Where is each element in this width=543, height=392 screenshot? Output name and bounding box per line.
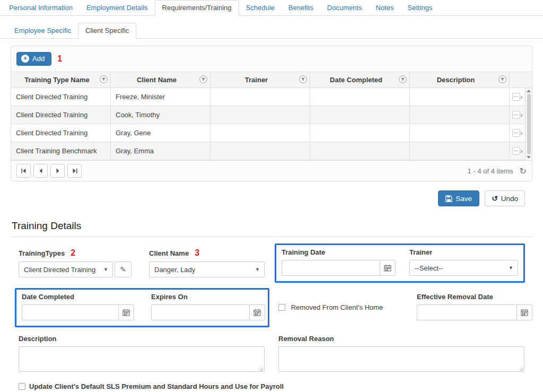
annotation-2: 2 [71, 248, 75, 257]
calendar-icon[interactable] [118, 304, 134, 320]
grid-header: Training Type Name Client Name Trainer D… [11, 72, 532, 88]
table-row[interactable]: Client Directed Training Gray, Gene ⋯ › [11, 124, 525, 142]
table-row[interactable]: Client Training Benchmark Gray, Emma ⋯ › [11, 142, 525, 160]
cell-description [409, 124, 509, 142]
client-name-value: Danger, Lady [154, 266, 195, 274]
tab-schedule[interactable]: Schedule [239, 1, 282, 15]
table-row[interactable]: Client Directed Training Cook, Timothy ⋯… [11, 106, 525, 124]
tab-documents[interactable]: Documents [320, 1, 369, 15]
add-button[interactable]: + Add [16, 52, 51, 66]
trainer-label: Trainer [409, 248, 518, 256]
description-label: Description [19, 335, 265, 343]
update-hours-checkbox[interactable] [19, 383, 25, 390]
chevron-down-icon: ▼ [103, 267, 108, 272]
table-row[interactable]: Client Directed Training Freeze, Ministe… [11, 88, 525, 106]
refresh-icon[interactable]: ↻ [520, 166, 527, 176]
cell-date-completed [310, 88, 409, 106]
tab-employee-specific[interactable]: Employee Specific [7, 23, 78, 38]
filter-icon[interactable] [399, 75, 407, 85]
removed-from-home-label: Removed From Client's Home [291, 303, 383, 311]
save-button-label: Save [456, 195, 472, 203]
column-label: Trainer [245, 76, 268, 84]
calendar-icon[interactable] [249, 304, 265, 320]
filter-icon[interactable] [100, 75, 108, 85]
scroll-up-icon[interactable] [527, 90, 531, 92]
cell-trainer [210, 106, 310, 124]
chevron-down-icon: ▼ [509, 265, 513, 271]
cell-client-name: Freeze, Minister [110, 88, 210, 106]
scroll-down-icon[interactable] [527, 156, 531, 159]
pager-prev-button[interactable] [33, 164, 48, 178]
row-chevron-icon: › [521, 147, 523, 155]
removal-reason-textarea[interactable] [278, 346, 524, 372]
column-header-client-name: Client Name [110, 72, 210, 88]
calendar-icon[interactable] [380, 260, 396, 276]
cell-description [409, 142, 509, 160]
calendar-icon[interactable] [516, 304, 532, 320]
row-actions: ⋯ › [509, 88, 525, 106]
date-completed-field: Date Completed [22, 293, 134, 320]
form-actions: Save ↺ Undo [0, 190, 525, 206]
annotation-3: 3 [195, 248, 199, 257]
training-types-value: Client Directed Training [24, 266, 95, 274]
trainer-select[interactable]: --Select-- ▼ [409, 260, 518, 276]
training-types-select[interactable]: Client Directed Training ▼ [19, 262, 113, 277]
filter-icon[interactable] [199, 75, 207, 85]
save-button[interactable]: Save [438, 190, 479, 206]
undo-button[interactable]: ↺ Undo [485, 190, 525, 206]
expires-on-label: Expires On [151, 293, 265, 301]
removal-reason-label: Removal Reason [278, 335, 524, 343]
row-actions: ⋯ › [509, 106, 525, 124]
row-more-button[interactable]: ⋯ [512, 111, 520, 119]
column-header-training-type-name: Training Type Name [11, 72, 110, 88]
tab-employment-details[interactable]: Employment Details [80, 1, 155, 15]
edit-training-type-button[interactable]: ✎ [115, 262, 132, 277]
highlight-box-dates: Date Completed Expires On [15, 288, 269, 327]
pager-first-button[interactable] [16, 164, 31, 178]
expires-on-input[interactable] [151, 304, 249, 320]
row-more-button[interactable]: ⋯ [512, 147, 520, 155]
filter-icon[interactable] [299, 75, 307, 85]
tab-client-specific[interactable]: Client Specific [78, 23, 136, 39]
tab-settings[interactable]: Settings [401, 1, 440, 15]
cell-date-completed [310, 142, 409, 160]
scrollbar-thumb[interactable] [527, 94, 531, 154]
training-date-field: Training Date [282, 248, 396, 276]
filter-icon[interactable] [498, 75, 506, 85]
cell-client-name: Gray, Gene [110, 124, 210, 142]
update-hours-field: Update Client's Default SLS Premium and … [19, 382, 532, 390]
column-label: Client Name [137, 76, 177, 84]
tab-requirements-training[interactable]: Requirements/Training [155, 0, 239, 16]
cell-trainer [210, 124, 310, 142]
training-types-field: TrainingTypes2 Client Directed Training … [19, 248, 132, 283]
client-name-field: Client Name3 Danger, Lady ▼ [149, 248, 265, 283]
cell-training-type: Client Training Benchmark [11, 142, 110, 160]
row-more-button[interactable]: ⋯ [512, 93, 520, 101]
tab-benefits[interactable]: Benefits [282, 1, 320, 15]
add-button-label: Add [32, 55, 45, 63]
cell-training-type: Client Directed Training [11, 124, 110, 142]
description-textarea[interactable] [19, 346, 265, 372]
annotation-1: 1 [57, 54, 62, 64]
pager-last-button[interactable] [67, 164, 82, 178]
pager-right: 1 - 4 of 4 items ↻ [468, 166, 527, 176]
date-completed-input[interactable] [22, 304, 118, 320]
vertical-scrollbar[interactable] [525, 88, 532, 160]
training-date-input[interactable] [282, 260, 380, 276]
highlight-box-training-date-trainer: Training Date Trainer --Select-- ▼ [275, 243, 525, 283]
training-date-label: Training Date [282, 248, 396, 256]
trainer-field: Trainer --Select-- ▼ [409, 248, 518, 276]
description-field: Description [19, 335, 265, 373]
client-name-select[interactable]: Danger, Lady ▼ [149, 262, 265, 277]
tab-personal-information[interactable]: Personal Information [2, 1, 80, 15]
row-more-button[interactable]: ⋯ [512, 129, 520, 137]
row-chevron-icon: › [521, 111, 523, 119]
column-label: Date Completed [330, 76, 382, 84]
pager-next-button[interactable] [50, 164, 65, 178]
cell-trainer [210, 88, 310, 106]
tab-notes[interactable]: Notes [369, 1, 401, 15]
date-completed-label: Date Completed [22, 293, 134, 301]
cell-description [409, 106, 509, 124]
effective-removal-date-input[interactable] [417, 304, 516, 320]
removed-from-home-checkbox[interactable] [278, 304, 285, 311]
